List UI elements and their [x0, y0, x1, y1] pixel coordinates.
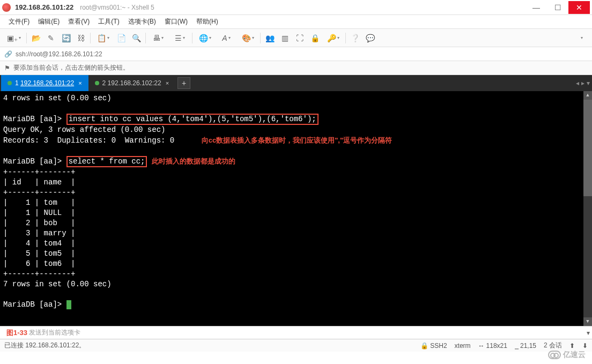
tab-list-icon[interactable]: ▾ — [587, 79, 590, 87]
feedback-button[interactable]: 💬 — [362, 31, 378, 46]
tab-label: 192.168.26.101:22 — [20, 79, 74, 87]
maximize-button[interactable]: ☐ — [547, 1, 568, 14]
status-termtype: xterm — [455, 342, 471, 350]
open-button[interactable]: 📂 — [28, 31, 43, 46]
menu-file[interactable]: 文件(F) — [4, 15, 34, 28]
session-tab-2[interactable]: 2 192.168.26.102:22 × — [88, 75, 176, 91]
toolbar-separator — [192, 33, 193, 43]
address-bar[interactable]: 🔗 ssh://root@192.168.26.101:22 — [0, 47, 592, 61]
hint-flag-icon[interactable]: ⚑ — [4, 64, 10, 72]
status-bar: 已连接 192.168.26.101:22。 🔒 SSH2 xterm ↔ 11… — [0, 339, 592, 352]
toolbar-separator — [26, 33, 27, 43]
figure-label: 图1-33 — [6, 328, 27, 338]
minimize-button[interactable]: — — [526, 1, 547, 14]
input-dropdown-icon[interactable]: ▾ — [587, 329, 590, 337]
app-icon — [2, 3, 11, 12]
annotation-insert: 向cc数据表插入多条数据时，我们应该使用","逗号作为分隔符 — [202, 136, 392, 144]
tab-close-icon[interactable]: × — [166, 80, 169, 86]
reconnect-button[interactable]: 🔄 — [58, 31, 73, 46]
terminal-cursor — [66, 300, 71, 309]
table-row: | 5 | tom5 | — [3, 249, 75, 258]
status-connection: 已连接 192.168.26.101:22。 — [4, 341, 85, 350]
title-bar: 192.168.26.101:22 root@vms001:~ - Xshell… — [0, 0, 592, 15]
terminal-button[interactable]: ▥ — [277, 31, 292, 46]
toolbar-separator — [145, 33, 146, 43]
key-button[interactable]: 🔑 — [322, 31, 344, 46]
properties-button[interactable]: ☰ — [169, 31, 190, 46]
globe-button[interactable]: 🌐 — [194, 31, 216, 46]
copy-button[interactable]: 📋 — [92, 31, 114, 46]
term-line: +------+-------+ — [3, 168, 75, 176]
status-up-icon[interactable]: ⬆ — [569, 342, 575, 350]
status-sessions: 2 会话 — [544, 341, 562, 350]
term-line: Query OK, 3 rows affected (0.00 sec) — [3, 125, 165, 134]
menu-view[interactable]: 查看(V) — [64, 15, 94, 28]
print-button[interactable]: 🖶 — [147, 31, 169, 46]
term-prompt: MariaDB [aa]> — [3, 157, 62, 166]
new-session-button[interactable]: ▣₊ — [3, 31, 25, 46]
term-line: 4 rows in set (0.00 sec) — [3, 94, 112, 102]
menu-bar: 文件(F) 编辑(E) 查看(V) 工具(T) 选项卡(B) 窗口(W) 帮助(… — [0, 15, 592, 29]
tab-next-icon[interactable]: ▸ — [581, 79, 584, 87]
menu-help[interactable]: 帮助(H) — [192, 15, 223, 28]
toolbar-overflow-button[interactable] — [574, 31, 589, 46]
tab-nav: ◂ ▸ ▾ — [576, 75, 590, 91]
term-line: 7 rows in set (0.00 sec) — [3, 280, 112, 288]
font-button[interactable]: A — [216, 31, 237, 46]
table-row: | 3 | marry | — [3, 229, 75, 237]
window-controls: — ☐ ✕ — [526, 1, 590, 14]
scroll-down-icon[interactable]: ▼ — [583, 317, 592, 326]
term-cmd-insert: insert into cc values (4,'tom4'),(5,'tom… — [66, 114, 319, 125]
term-line: +------+-------+ — [3, 188, 75, 197]
lock-button[interactable]: 🔒 — [307, 31, 322, 46]
toolbar-separator — [260, 33, 261, 43]
term-line: | id | name | — [3, 178, 75, 187]
send-input-placeholder: 发送到当前选项卡 — [29, 328, 80, 337]
terminal[interactable]: 4 rows in set (0.00 sec) MariaDB [aa]> i… — [0, 91, 592, 326]
watermark-text: 亿速云 — [563, 350, 586, 360]
table-row: | 4 | tom4 | — [3, 239, 75, 248]
menu-window[interactable]: 窗口(W) — [160, 15, 192, 28]
tab-prev-icon[interactable]: ◂ — [576, 79, 579, 87]
close-button[interactable]: ✕ — [568, 1, 590, 14]
status-cursor: ⎯ 21,15 — [515, 342, 536, 350]
term-line: +------+-------+ — [3, 270, 75, 278]
window-title-host: 192.168.26.101:22 — [15, 3, 73, 11]
tab-label: 192.168.26.102:22 — [108, 79, 161, 87]
scroll-thumb[interactable] — [583, 100, 592, 196]
help-button[interactable]: ❔ — [347, 31, 362, 46]
tab-close-icon[interactable]: × — [78, 80, 82, 86]
menu-edit[interactable]: 编辑(E) — [34, 15, 64, 28]
toolbar-separator — [345, 33, 346, 43]
toolbar: ▣₊ 📂 ✎ 🔄 ⛓ 📋 📄 🔍 🖶 ☰ 🌐 A 🎨 👥 ▥ ⛶ 🔒 🔑 ❔ 💬 — [0, 29, 592, 47]
status-protocol: 🔒 SSH2 — [420, 342, 447, 350]
term-cmd-select: select * from cc; — [66, 156, 147, 167]
status-down-icon[interactable]: ⬇ — [582, 342, 588, 350]
scroll-up-icon[interactable]: ▲ — [583, 91, 592, 100]
term-prompt: MariaDB [aa]> — [3, 115, 62, 123]
table-row: | 1 | NULL | — [3, 209, 75, 217]
table-row: | 1 | tom | — [3, 198, 75, 207]
fullscreen-button[interactable]: ⛶ — [292, 31, 307, 46]
table-row: | 2 | bob | — [3, 219, 75, 227]
disconnect-button[interactable]: ⛓ — [73, 31, 88, 46]
watermark-logo-icon — [548, 351, 561, 359]
terminal-scrollbar[interactable]: ▲ ▼ — [583, 91, 592, 326]
status-dot-icon — [95, 81, 99, 85]
menu-tab[interactable]: 选项卡(B) — [124, 15, 160, 28]
watermark: 亿速云 — [548, 350, 586, 360]
link-icon: 🔗 — [4, 50, 12, 58]
find-button[interactable]: 🔍 — [129, 31, 144, 46]
address-url: ssh://root@192.168.26.101:22 — [16, 50, 102, 58]
users-button[interactable]: 👥 — [262, 31, 277, 46]
session-tab-1[interactable]: 1 192.168.26.101:22 × — [1, 75, 88, 91]
menu-tools[interactable]: 工具(T) — [94, 15, 123, 28]
tab-number: 2 — [102, 79, 106, 87]
term-prompt: MariaDB [aa]> — [3, 300, 62, 309]
tab-add-button[interactable]: + — [177, 77, 190, 89]
status-size: ↔ 118x21 — [478, 342, 507, 350]
paste-button[interactable]: 📄 — [114, 31, 129, 46]
send-input-bar[interactable]: 图1-33 发送到当前选项卡 ▾ — [0, 326, 592, 339]
color-button[interactable]: 🎨 — [237, 31, 258, 46]
edit-pencil-button[interactable]: ✎ — [43, 31, 58, 46]
